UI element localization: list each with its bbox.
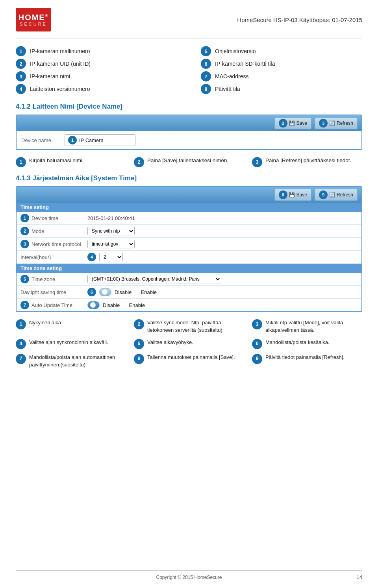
expl-circle-2: 2 (134, 319, 144, 329)
expl-7: 7 Mahdollista/poista ajan automaattinen … (16, 354, 126, 369)
time-seting-header: Time seting (17, 203, 361, 212)
info-text-8: Päivitä tila (215, 86, 240, 92)
device-name-num: 1 (68, 136, 77, 144)
expl-text-9: Päivitä tiedot painamalla [Refresh]. (265, 354, 345, 361)
timezone-label: 5 Time zone (20, 275, 87, 283)
device-name-label: Device name (21, 137, 61, 143)
page-header: HOME® SECURE HomeSecure HS-IP-03 Käyttöo… (16, 8, 362, 39)
dst-disable-btn[interactable] (99, 288, 111, 296)
circle-t5: 5 (20, 275, 29, 283)
footer-copyright: Copyright © 2015 HomeSecure (156, 575, 222, 580)
time-zone-header: Time zone seting (17, 264, 361, 273)
instr-circle-1: 1 (16, 157, 26, 167)
autoupdate-label: 7 Auto Update Time (20, 301, 87, 309)
expl-9: 9 Päivitä tiedot painamalla [Refresh]. (252, 354, 362, 369)
info-text-6: IP-kameran SD-kortti tila (215, 61, 275, 67)
circle-t3: 3 (20, 240, 29, 248)
info-text-3: IP-kameran nimi (30, 73, 70, 80)
save-icon-2: 💾 (289, 192, 295, 198)
ntp-label: 3 Network time protocol (20, 240, 87, 248)
instr-text-2: Paina [Save] tallentaaksesi nimen. (147, 157, 228, 165)
save-icon: 💾 (289, 120, 295, 126)
device-name-panel: 2 💾 Save 3 🔄 Refresh Device name 1 IP Ca… (16, 115, 362, 150)
save-button-2[interactable]: 8 💾 Save (274, 189, 311, 201)
expl-circle-8: 8 (134, 354, 144, 364)
autoupdate-disable-label: Disable (103, 302, 120, 308)
circle-8: 8 (201, 84, 211, 94)
panel2-toolbar: 8 💾 Save 9 🔄 Refresh (17, 187, 361, 203)
device-name-row: Device name 1 IP Camera (17, 131, 361, 149)
time-row-timezone: 5 Time zone (GMT+01:00) Brussels, Copenh… (17, 273, 361, 286)
header-title: HomeSecure HS-IP-03 Käyttöopas: 01-07-20… (237, 17, 362, 23)
mode-select[interactable]: Sync with ntp (87, 227, 135, 235)
circle-3: 3 (16, 71, 26, 81)
interval-select[interactable]: 2 (99, 253, 123, 261)
save-label: Save (296, 120, 307, 126)
instr-2: 2 Paina [Save] tallentaaksesi nimen. (134, 157, 244, 167)
mode-label: 2 Mode (20, 227, 87, 235)
expl-text-4: Valitse ajan synkronoinnin aikaväli. (29, 339, 108, 346)
expl-text-3: Mikäli ntp valittu [Mode], voit valita a… (265, 319, 362, 334)
expl-circle-1: 1 (16, 319, 26, 329)
expl-2: 2 Valitse sync mode: Ntp: päivittää tiet… (134, 319, 244, 334)
circle-5: 5 (201, 46, 211, 56)
info-text-1: IP-kameran mallinumero (30, 48, 90, 54)
footer: Copyright © 2015 HomeSecure (16, 570, 362, 580)
circle-1: 1 (16, 46, 26, 56)
info-item-3: 3 IP-kameran nimi (16, 71, 177, 81)
device-time-label: 1 Device time (20, 214, 87, 222)
ntp-select[interactable]: time.nist.gov (87, 240, 135, 248)
circle-t2: 2 (20, 227, 29, 235)
expl-circle-6: 6 (252, 339, 262, 349)
save-button[interactable]: 2 💾 Save (274, 117, 311, 129)
info-item-4: 4 Laitteiston versionumero (16, 84, 177, 94)
time-row-mode: 2 Mode Sync with ntp (17, 225, 361, 238)
save-label-2: Save (296, 192, 307, 198)
info-text-4: Laitteiston versionumero (30, 86, 90, 92)
circle-t1: 1 (20, 214, 29, 222)
expl-text-6: Mahdollista/poista kesäaika. (265, 339, 330, 346)
section1-instructions: 1 Kirjoita haluamasi nimi. 2 Paina [Save… (16, 157, 362, 167)
refresh-button[interactable]: 3 🔄 Refresh (315, 117, 358, 129)
expl-3: 3 Mikäli ntp valittu [Mode], voit valita… (252, 319, 362, 334)
logo: HOME® SECURE (16, 8, 51, 31)
save-circle: 2 (279, 119, 287, 128)
device-name-input[interactable]: 1 IP Camera (65, 134, 135, 146)
dst-toggle-dot (102, 289, 107, 295)
circle-6: 6 (201, 59, 211, 69)
timezone-select[interactable]: (GMT+01:00) Brussels, Copenhagen, Madrid… (87, 275, 221, 283)
save-circle-2: 8 (279, 190, 287, 199)
info-item-2: 2 IP-kameran UID (unit ID) (16, 59, 177, 69)
expl-6: 6 Mahdollista/poista kesäaika. (252, 339, 362, 349)
refresh-button-2[interactable]: 9 🔄 Refresh (315, 189, 358, 201)
expl-text-5: Valitse aikavyöhyke. (147, 339, 193, 346)
autoupdate-toggle-group: Disable Enable (87, 301, 145, 309)
info-item-5: 5 Ohjelmistoversio (201, 46, 362, 56)
explanations-section: 1 Nykyinen aika. 2 Valitse sync mode: Nt… (16, 319, 362, 368)
circle-t7: 7 (20, 301, 29, 309)
time-row-device-time: 1 Device time 2015-01-21 00:40:41 (17, 212, 361, 225)
info-text-2: IP-kameran UID (unit ID) (30, 61, 91, 67)
dst-label: Daylight saving time (20, 289, 87, 295)
circle-4: 4 (16, 84, 26, 94)
instr-text-1: Kirjoita haluamasi nimi. (29, 157, 84, 165)
refresh-icon-2: 🔄 (329, 192, 335, 198)
expl-5: 5 Valitse aikavyöhyke. (134, 339, 244, 349)
section1-heading: 4.1.2 Laitteen Nimi [Device Name] (16, 103, 362, 111)
expl-circle-9: 9 (252, 354, 262, 364)
expl-8: 8 Tallenna muutokset painamalla [Save]. (134, 354, 244, 369)
circle-2: 2 (16, 59, 26, 69)
info-item-1: 1 IP-kameran mallinumero (16, 46, 177, 56)
expl-circle-3: 3 (252, 319, 262, 329)
autoupdate-toggle-btn[interactable] (87, 301, 100, 309)
circle-t6: 6 (87, 288, 96, 296)
info-text-7: MAC-address (215, 73, 249, 80)
time-row-ntp: 3 Network time protocol time.nist.gov (17, 238, 361, 251)
device-name-value: IP Camera (79, 137, 104, 143)
expl-text-7: Mahdollista/poista ajan automaattinen pä… (29, 354, 126, 369)
system-time-panel: 8 💾 Save 9 🔄 Refresh Time seting 1 Devic… (16, 186, 362, 312)
refresh-circle-2: 9 (319, 190, 328, 199)
expl-text-8: Tallenna muutokset painamalla [Save]. (147, 354, 235, 361)
logo-box: HOME® SECURE (16, 8, 51, 31)
dst-enable-label: Enable (141, 289, 157, 295)
